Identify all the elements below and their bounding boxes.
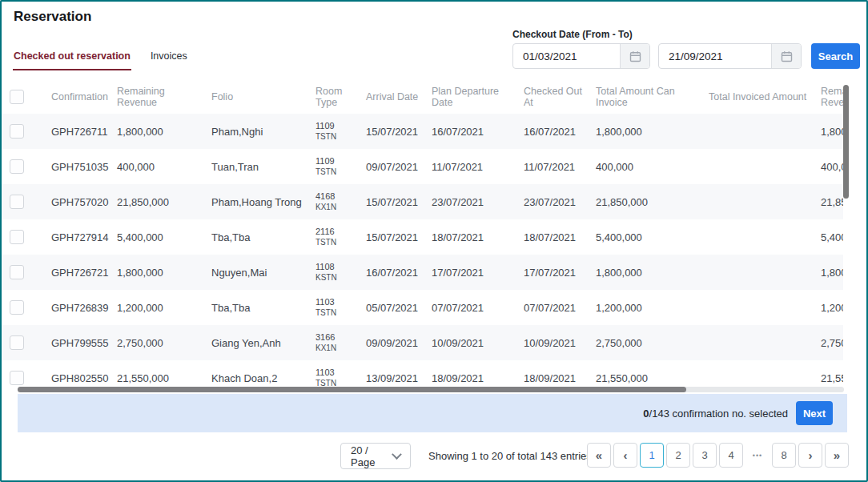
row-checkbox[interactable] bbox=[10, 230, 24, 244]
table-body: GPH7267111,800,000Pham,Nghi1109TSTN15/07… bbox=[2, 114, 843, 387]
table-row: GPH7995552,750,000Giang Yen,Anh3166KX1N0… bbox=[2, 325, 843, 360]
remaining-amount-cell: 21,550,000 bbox=[821, 372, 843, 384]
room-number: 3166 bbox=[315, 332, 360, 343]
room-code: KX1N bbox=[315, 202, 360, 212]
remaining-amount-cell: 1,800,000 bbox=[821, 267, 843, 279]
arrival-date-cell: 15/07/2021 bbox=[366, 126, 432, 138]
confirmation-cell: GPH726839 bbox=[51, 302, 117, 314]
column-header: Room Type bbox=[315, 86, 366, 108]
checked-out-at-cell: 10/09/2021 bbox=[524, 337, 596, 349]
confirmation-cell: GPH751035 bbox=[51, 161, 117, 173]
vertical-scrollbar-thumb[interactable] bbox=[843, 85, 849, 199]
column-header: Remaining Revenue bbox=[821, 86, 843, 108]
column-header: Total Invoiced Amount bbox=[709, 91, 821, 102]
tab-invoices[interactable]: Invoices bbox=[150, 50, 188, 70]
column-header: Total Amount Can Invoice bbox=[596, 86, 709, 108]
row-checkbox[interactable] bbox=[10, 300, 24, 315]
folio-cell: Giang Yen,Anh bbox=[211, 337, 315, 349]
page-size-select[interactable]: 20 / Page bbox=[340, 443, 411, 469]
horizontal-scrollbar[interactable] bbox=[18, 387, 844, 392]
plan-departure-date-cell: 16/07/2021 bbox=[432, 126, 524, 138]
pagination-page-4-button[interactable]: 4 bbox=[719, 443, 743, 468]
checkout-date-from-value[interactable]: 01/03/2021 bbox=[513, 44, 620, 68]
folio-cell: Pham,Hoang Trong bbox=[211, 196, 315, 208]
row-checkbox[interactable] bbox=[10, 335, 24, 350]
row-checkbox[interactable] bbox=[10, 159, 24, 174]
row-checkbox[interactable] bbox=[10, 265, 24, 279]
total-amount-can-invoice-cell: 1,800,000 bbox=[596, 126, 709, 138]
confirmation-cell: GPH802550 bbox=[51, 372, 117, 384]
total-amount-can-invoice-cell: 1,800,000 bbox=[596, 267, 709, 279]
total-amount-can-invoice-cell: 2,750,000 bbox=[596, 337, 709, 349]
room-type-cell: 1109TSTN bbox=[315, 121, 366, 142]
room-code: TSTN bbox=[315, 307, 360, 318]
column-header: Folio bbox=[211, 91, 315, 102]
vertical-scrollbar[interactable] bbox=[843, 83, 850, 385]
table-row: GPH75702021,850,000Pham,Hoang Trong4168K… bbox=[2, 184, 843, 219]
select-all-checkbox[interactable] bbox=[10, 90, 24, 104]
room-number: 1109 bbox=[315, 121, 360, 131]
row-checkbox[interactable] bbox=[10, 371, 24, 385]
total-amount-can-invoice-cell: 21,550,000 bbox=[596, 372, 709, 384]
calendar-icon[interactable] bbox=[771, 44, 801, 68]
arrival-date-cell: 15/07/2021 bbox=[366, 231, 432, 243]
row-checkbox-cell bbox=[2, 300, 51, 315]
reservation-table: ConfirmationRemaining RevenueFolioRoom T… bbox=[2, 80, 843, 387]
tab-bar: Checked out reservation Invoices bbox=[13, 50, 188, 70]
room-number: 1108 bbox=[315, 262, 360, 272]
table-header-row: ConfirmationRemaining RevenueFolioRoom T… bbox=[2, 80, 843, 114]
checkout-date-from-input[interactable]: 01/03/2021 bbox=[512, 43, 650, 69]
search-button[interactable]: Search bbox=[811, 43, 860, 69]
reservation-window: Reservation Checkout Date (From - To) 01… bbox=[0, 0, 868, 482]
checkout-date-to-value[interactable]: 21/09/2021 bbox=[659, 44, 771, 68]
table-row: GPH7279145,400,000Tba,Tba2116TSTN15/07/2… bbox=[2, 219, 843, 255]
table-row: GPH7267111,800,000Pham,Nghi1109TSTN15/07… bbox=[2, 114, 843, 149]
plan-departure-date-cell: 07/07/2021 bbox=[432, 302, 524, 314]
total-amount-can-invoice-cell: 21,850,000 bbox=[596, 196, 709, 208]
table-row: GPH80255021,550,000Khach Doan,21103TSTN1… bbox=[2, 360, 843, 387]
room-type-cell: 2116TSTN bbox=[315, 227, 366, 247]
folio-cell: Pham,Nghi bbox=[211, 126, 315, 138]
pagination-last-button[interactable]: » bbox=[825, 443, 849, 468]
pagination-page-2-button[interactable]: 2 bbox=[666, 443, 690, 468]
room-type-cell: 1103TSTN bbox=[315, 368, 366, 387]
remaining-revenue-cell: 1,800,000 bbox=[117, 267, 211, 279]
row-checkbox[interactable] bbox=[10, 124, 24, 139]
row-checkbox-cell bbox=[2, 159, 51, 174]
remaining-revenue-cell: 21,550,000 bbox=[117, 372, 211, 384]
row-checkbox-cell bbox=[2, 265, 51, 279]
next-button[interactable]: Next bbox=[796, 401, 833, 425]
arrival-date-cell: 05/07/2021 bbox=[366, 302, 432, 314]
total-amount-can-invoice-cell: 5,400,000 bbox=[596, 231, 709, 243]
row-checkbox[interactable] bbox=[10, 195, 24, 209]
pagination-page-8-button[interactable]: 8 bbox=[772, 443, 796, 468]
pagination-page-3-button[interactable]: 3 bbox=[693, 443, 717, 468]
horizontal-scrollbar-thumb[interactable] bbox=[18, 387, 686, 392]
checked-out-at-cell: 18/09/2021 bbox=[524, 372, 596, 384]
row-checkbox-cell bbox=[2, 371, 51, 385]
arrival-date-cell: 15/07/2021 bbox=[366, 196, 432, 208]
calendar-icon[interactable] bbox=[620, 44, 649, 68]
page-title: Reservation bbox=[14, 9, 91, 25]
total-amount-can-invoice-cell: 400,000 bbox=[596, 161, 709, 173]
checked-out-at-cell: 23/07/2021 bbox=[524, 196, 596, 208]
checkout-date-to-input[interactable]: 21/09/2021 bbox=[658, 43, 802, 69]
confirmation-cell: GPH726711 bbox=[51, 126, 117, 138]
column-header: Checked Out At bbox=[524, 86, 596, 108]
remaining-revenue-cell: 21,850,000 bbox=[117, 196, 211, 208]
select-all-cell bbox=[2, 90, 51, 104]
row-checkbox-cell bbox=[2, 195, 51, 209]
tab-checked-out-reservation[interactable]: Checked out reservation bbox=[13, 50, 131, 70]
table-row: GPH751035400,000Tuan,Tran1109TSTN09/07/2… bbox=[2, 149, 843, 184]
plan-departure-date-cell: 10/09/2021 bbox=[432, 337, 524, 349]
pagination-prev-button[interactable]: ‹ bbox=[613, 443, 637, 468]
total-amount-can-invoice-cell: 1,200,000 bbox=[596, 302, 709, 314]
pagination-next-button[interactable]: › bbox=[798, 443, 822, 468]
pagination-page-1-button[interactable]: 1 bbox=[640, 443, 664, 468]
plan-departure-date-cell: 11/07/2021 bbox=[432, 161, 524, 173]
column-header: Arrival Date bbox=[366, 91, 432, 102]
room-type-cell: 1108KSTN bbox=[315, 262, 366, 283]
confirmation-cell: GPH727914 bbox=[51, 231, 117, 243]
folio-cell: Tuan,Tran bbox=[211, 161, 315, 173]
pagination-first-button[interactable]: « bbox=[587, 443, 611, 468]
